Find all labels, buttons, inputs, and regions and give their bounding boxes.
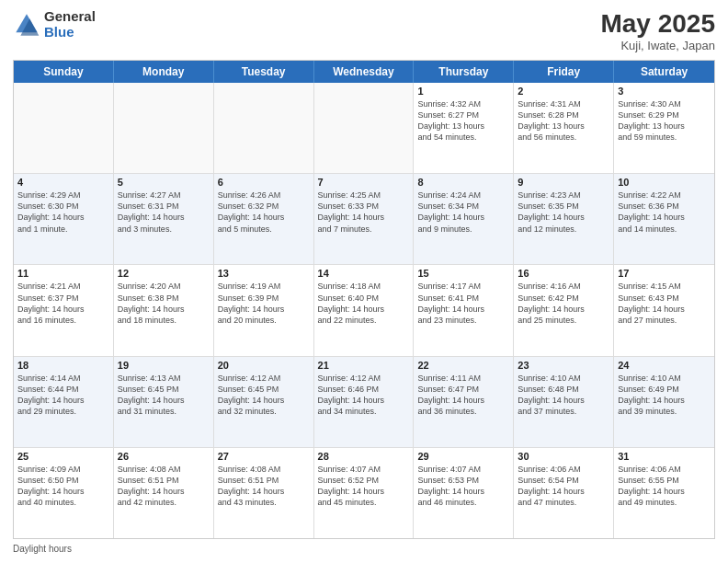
calendar-cell: 2Sunrise: 4:31 AM Sunset: 6:28 PM Daylig… [514, 83, 614, 173]
day-info: Sunrise: 4:23 AM Sunset: 6:35 PM Dayligh… [518, 190, 609, 235]
day-info: Sunrise: 4:22 AM Sunset: 6:36 PM Dayligh… [618, 190, 711, 235]
day-info: Sunrise: 4:13 AM Sunset: 6:45 PM Dayligh… [118, 373, 210, 418]
day-info: Sunrise: 4:12 AM Sunset: 6:45 PM Dayligh… [218, 373, 310, 418]
calendar-cell: 18Sunrise: 4:14 AM Sunset: 6:44 PM Dayli… [14, 357, 114, 447]
title-month: May 2025 [600, 9, 715, 39]
day-number: 17 [618, 268, 711, 279]
calendar-cell: 14Sunrise: 4:18 AM Sunset: 6:40 PM Dayli… [314, 265, 415, 355]
day-info: Sunrise: 4:07 AM Sunset: 6:53 PM Dayligh… [417, 464, 509, 509]
calendar-cell: 16Sunrise: 4:16 AM Sunset: 6:42 PM Dayli… [514, 265, 614, 355]
day-info: Sunrise: 4:30 AM Sunset: 6:29 PM Dayligh… [618, 98, 711, 144]
day-number: 25 [17, 451, 109, 462]
cal-header-cell: Sunday [14, 61, 114, 83]
day-number: 22 [417, 360, 509, 371]
logo-blue-text: Blue [44, 25, 96, 40]
calendar-cell: 5Sunrise: 4:27 AM Sunset: 6:31 PM Daylig… [114, 174, 214, 264]
day-number: 13 [218, 268, 310, 279]
day-info: Sunrise: 4:27 AM Sunset: 6:31 PM Dayligh… [118, 190, 210, 235]
day-number: 10 [618, 177, 711, 188]
calendar-row: 11Sunrise: 4:21 AM Sunset: 6:37 PM Dayli… [14, 265, 714, 356]
day-info: Sunrise: 4:21 AM Sunset: 6:37 PM Dayligh… [17, 281, 109, 326]
calendar-cell [14, 83, 114, 173]
calendar: SundayMondayTuesdayWednesdayThursdayFrid… [13, 60, 715, 539]
day-info: Sunrise: 4:11 AM Sunset: 6:47 PM Dayligh… [417, 373, 509, 418]
calendar-cell: 25Sunrise: 4:09 AM Sunset: 6:50 PM Dayli… [14, 448, 114, 538]
day-info: Sunrise: 4:18 AM Sunset: 6:40 PM Dayligh… [318, 281, 410, 326]
day-info: Sunrise: 4:06 AM Sunset: 6:54 PM Dayligh… [518, 464, 609, 509]
day-info: Sunrise: 4:10 AM Sunset: 6:48 PM Dayligh… [518, 373, 609, 418]
day-number: 19 [118, 360, 210, 371]
calendar-cell: 26Sunrise: 4:08 AM Sunset: 6:51 PM Dayli… [114, 448, 214, 538]
calendar-cell: 28Sunrise: 4:07 AM Sunset: 6:52 PM Dayli… [314, 448, 415, 538]
calendar-row: 25Sunrise: 4:09 AM Sunset: 6:50 PM Dayli… [14, 448, 714, 538]
day-info: Sunrise: 4:09 AM Sunset: 6:50 PM Dayligh… [17, 464, 109, 509]
calendar-cell: 30Sunrise: 4:06 AM Sunset: 6:54 PM Dayli… [514, 448, 614, 538]
day-info: Sunrise: 4:12 AM Sunset: 6:46 PM Dayligh… [318, 373, 410, 418]
calendar-cell: 7Sunrise: 4:25 AM Sunset: 6:33 PM Daylig… [314, 174, 415, 264]
logo: General Blue [13, 9, 96, 40]
day-number: 9 [518, 177, 609, 188]
day-info: Sunrise: 4:19 AM Sunset: 6:39 PM Dayligh… [218, 281, 310, 326]
day-info: Sunrise: 4:08 AM Sunset: 6:51 PM Dayligh… [218, 464, 310, 509]
cal-header-cell: Thursday [414, 61, 514, 83]
day-number: 20 [218, 360, 310, 371]
calendar-cell: 17Sunrise: 4:15 AM Sunset: 6:43 PM Dayli… [614, 265, 714, 355]
calendar-row: 18Sunrise: 4:14 AM Sunset: 6:44 PM Dayli… [14, 357, 714, 448]
day-number: 3 [618, 86, 711, 97]
cal-header-cell: Friday [514, 61, 614, 83]
day-number: 24 [618, 360, 711, 371]
day-number: 31 [618, 451, 711, 462]
day-number: 11 [17, 268, 109, 279]
day-number: 30 [518, 451, 609, 462]
calendar-cell [114, 83, 214, 173]
day-number: 5 [118, 177, 210, 188]
day-number: 4 [17, 177, 109, 188]
day-info: Sunrise: 4:10 AM Sunset: 6:49 PM Dayligh… [618, 373, 711, 418]
day-info: Sunrise: 4:16 AM Sunset: 6:42 PM Dayligh… [518, 281, 609, 326]
logo-general-text: General [44, 9, 96, 25]
calendar-cell: 21Sunrise: 4:12 AM Sunset: 6:46 PM Dayli… [314, 357, 415, 447]
day-number: 26 [118, 451, 210, 462]
calendar-cell: 31Sunrise: 4:06 AM Sunset: 6:55 PM Dayli… [614, 448, 714, 538]
calendar-cell: 13Sunrise: 4:19 AM Sunset: 6:39 PM Dayli… [214, 265, 314, 355]
cal-header-cell: Tuesday [214, 61, 314, 83]
calendar-row: 1Sunrise: 4:32 AM Sunset: 6:27 PM Daylig… [14, 83, 714, 174]
day-number: 27 [218, 451, 310, 462]
calendar-cell: 4Sunrise: 4:29 AM Sunset: 6:30 PM Daylig… [14, 174, 114, 264]
calendar-cell: 20Sunrise: 4:12 AM Sunset: 6:45 PM Dayli… [214, 357, 314, 447]
day-number: 21 [318, 360, 410, 371]
day-info: Sunrise: 4:29 AM Sunset: 6:30 PM Dayligh… [17, 190, 109, 235]
calendar-cell: 6Sunrise: 4:26 AM Sunset: 6:32 PM Daylig… [214, 174, 314, 264]
day-number: 23 [518, 360, 609, 371]
day-number: 15 [417, 268, 509, 279]
calendar-cell: 11Sunrise: 4:21 AM Sunset: 6:37 PM Dayli… [14, 265, 114, 355]
day-info: Sunrise: 4:14 AM Sunset: 6:44 PM Dayligh… [17, 373, 109, 418]
day-number: 14 [318, 268, 410, 279]
day-number: 7 [318, 177, 410, 188]
cal-header-cell: Monday [114, 61, 214, 83]
day-number: 16 [518, 268, 609, 279]
calendar-cell: 10Sunrise: 4:22 AM Sunset: 6:36 PM Dayli… [614, 174, 714, 264]
day-number: 8 [417, 177, 509, 188]
day-number: 2 [518, 86, 609, 97]
day-info: Sunrise: 4:26 AM Sunset: 6:32 PM Dayligh… [218, 190, 310, 235]
day-info: Sunrise: 4:08 AM Sunset: 6:51 PM Dayligh… [118, 464, 210, 509]
calendar-cell: 22Sunrise: 4:11 AM Sunset: 6:47 PM Dayli… [414, 357, 514, 447]
calendar-cell: 12Sunrise: 4:20 AM Sunset: 6:38 PM Dayli… [114, 265, 214, 355]
page: General Blue May 2025 Kuji, Iwate, Japan… [0, 0, 728, 563]
calendar-cell: 23Sunrise: 4:10 AM Sunset: 6:48 PM Dayli… [514, 357, 614, 447]
logo-icon [13, 11, 40, 39]
header: General Blue May 2025 Kuji, Iwate, Japan [13, 9, 715, 52]
cal-header-cell: Saturday [614, 61, 714, 83]
calendar-cell: 27Sunrise: 4:08 AM Sunset: 6:51 PM Dayli… [214, 448, 314, 538]
day-info: Sunrise: 4:07 AM Sunset: 6:52 PM Dayligh… [318, 464, 410, 509]
day-info: Sunrise: 4:06 AM Sunset: 6:55 PM Dayligh… [618, 464, 711, 509]
calendar-row: 4Sunrise: 4:29 AM Sunset: 6:30 PM Daylig… [14, 174, 714, 265]
logo-text: General Blue [44, 9, 96, 40]
day-number: 28 [318, 451, 410, 462]
day-info: Sunrise: 4:25 AM Sunset: 6:33 PM Dayligh… [318, 190, 410, 235]
calendar-cell: 19Sunrise: 4:13 AM Sunset: 6:45 PM Dayli… [114, 357, 214, 447]
calendar-cell [314, 83, 415, 173]
title-block: May 2025 Kuji, Iwate, Japan [600, 9, 715, 52]
day-number: 29 [417, 451, 509, 462]
